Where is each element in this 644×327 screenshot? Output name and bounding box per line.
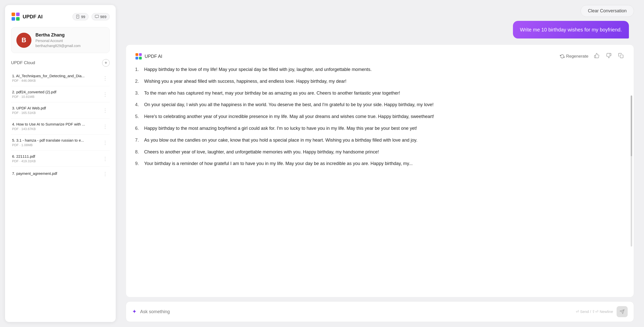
wish-text: To the man who has captured my heart, ma…: [144, 90, 400, 97]
file-item: 2. pdf24_converted (2).pdf PDF · 10.81MB…: [11, 86, 110, 102]
main-area: Clear Conversation Write me 10 birthday …: [116, 0, 644, 327]
file-icon: [76, 15, 80, 19]
ai-response-header: UPDF AI Regenerate: [135, 52, 625, 61]
svg-rect-10: [139, 53, 142, 56]
regenerate-icon: [560, 54, 565, 59]
chat-input[interactable]: [140, 309, 572, 314]
user-info: Bertha Zhang Personal Account berthazhan…: [35, 32, 80, 48]
wish-item: 1. Happy birthday to the love of my life…: [135, 66, 625, 73]
send-icon: [620, 309, 625, 314]
wish-text: Here's to celebrating another year of yo…: [144, 113, 434, 120]
wish-text: Happy birthday to the most amazing boyfr…: [144, 125, 417, 132]
file-more-button[interactable]: ⋮: [102, 123, 109, 130]
file-more-button[interactable]: ⋮: [102, 75, 109, 82]
file-meta: PDF · 1.08MB: [12, 143, 84, 147]
cloud-title: UPDF Cloud: [11, 60, 35, 65]
file-info: 6. 221111.pdf PDF · 419.31KB: [12, 154, 36, 163]
copy-button[interactable]: [617, 52, 625, 61]
avatar: B: [16, 33, 31, 48]
file-item: 6. 221111.pdf PDF · 419.31KB ⋮: [11, 151, 110, 167]
file-info: 3. UPDF AI Web.pdf PDF · 165.51KB: [12, 106, 46, 115]
add-cloud-button[interactable]: +: [102, 59, 110, 67]
wish-item: 3. To the man who has captured my heart,…: [135, 90, 625, 97]
file-meta: PDF · 10.81MB: [12, 95, 56, 99]
file-item: 5. 3.1 - hamza - pdf translate russian t…: [11, 135, 110, 151]
svg-rect-0: [12, 13, 15, 16]
scrollbar-thumb: [631, 96, 632, 156]
wish-text: Happy birthday to the love of my life! M…: [144, 66, 372, 73]
file-name: 7. payment_agreement.pdf: [12, 171, 57, 176]
wish-item: 8. Cheers to another year of love, laugh…: [135, 148, 625, 156]
updf-logo-icon: [11, 12, 20, 21]
regenerate-button[interactable]: Regenerate: [560, 54, 588, 59]
ai-response-card: UPDF AI Regenerate: [126, 45, 634, 297]
chat-area: Write me 10 birthday wishes for my boyfr…: [126, 21, 634, 297]
sidebar: UPDF AI 99 989 B Bertha Zhang Personal A…: [5, 5, 116, 322]
file-item: 7. payment_agreement.pdf ⋮: [11, 167, 110, 181]
wish-item: 2. Wishing you a year ahead filled with …: [135, 78, 625, 85]
clear-conversation-button[interactable]: Clear Conversation: [581, 5, 634, 17]
wish-number: 3.: [135, 90, 142, 97]
wish-item: 9. Your birthday is a reminder of how gr…: [135, 160, 625, 167]
input-hint: ⏎ Send / ⇧⏎ Newline: [576, 309, 613, 314]
file-info: 1. AI_Techniques_for_Detecting_and_Dia..…: [12, 74, 85, 83]
cloud-header: UPDF Cloud +: [11, 59, 110, 67]
scrollbar[interactable]: [631, 95, 632, 247]
wish-text: Wishing you a year ahead filled with suc…: [144, 78, 346, 85]
user-account-type: Personal Account: [35, 39, 80, 43]
wish-text: Your birthday is a reminder of how grate…: [144, 160, 413, 167]
input-bar: ✦ ⏎ Send / ⇧⏎ Newline: [126, 301, 634, 322]
file-name: 3. UPDF AI Web.pdf: [12, 106, 46, 110]
svg-rect-11: [136, 57, 138, 60]
ai-label: UPDF AI: [145, 54, 162, 59]
file-item: 1. AI_Techniques_for_Detecting_and_Dia..…: [11, 70, 110, 86]
file-more-button[interactable]: ⋮: [102, 170, 109, 177]
file-meta: PDF · 419.31KB: [12, 159, 36, 163]
wish-text: Cheers to another year of love, laughter…: [144, 148, 379, 156]
thumbs-down-button[interactable]: [605, 52, 613, 61]
wish-number: 6.: [135, 125, 142, 132]
svg-rect-12: [139, 57, 142, 60]
file-name: 6. 221111.pdf: [12, 154, 36, 158]
files-badge: 99: [72, 13, 89, 20]
ai-logo-icon: [135, 53, 142, 60]
thumbs-up-button[interactable]: [593, 52, 600, 61]
ai-logo-area: UPDF AI: [135, 53, 162, 60]
wish-text: As you blow out the candles on your cake…: [144, 137, 417, 144]
main-topbar: Clear Conversation: [126, 5, 634, 21]
wish-number: 5.: [135, 113, 142, 120]
svg-rect-1: [16, 13, 20, 16]
input-actions: ⏎ Send / ⇧⏎ Newline: [576, 309, 613, 314]
file-info: 5. 3.1 - hamza - pdf translate russian t…: [12, 138, 84, 147]
ai-actions: Regenerate: [560, 52, 625, 61]
file-info: 7. payment_agreement.pdf: [12, 171, 57, 176]
send-button[interactable]: [617, 306, 628, 317]
wish-number: 1.: [135, 66, 142, 73]
file-more-button[interactable]: ⋮: [102, 91, 109, 98]
svg-rect-3: [16, 17, 20, 21]
wish-item: 4. On your special day, I wish you all t…: [135, 101, 625, 108]
app-title: UPDF AI: [23, 14, 43, 20]
file-name: 4. How to Use AI to Summarize PDF with .…: [12, 122, 85, 126]
wish-item: 6. Happy birthday to the most amazing bo…: [135, 125, 625, 132]
file-more-button[interactable]: ⋮: [102, 155, 109, 162]
svg-rect-9: [136, 53, 138, 56]
wish-number: 7.: [135, 137, 142, 144]
user-card: B Bertha Zhang Personal Account berthazh…: [11, 27, 110, 53]
messages-badge: 989: [92, 13, 110, 20]
wish-item: 5. Here's to celebrating another year of…: [135, 113, 625, 120]
chat-icon: [95, 15, 99, 19]
file-more-button[interactable]: ⋮: [102, 107, 109, 114]
file-more-button[interactable]: ⋮: [102, 139, 109, 146]
wishes-list: 1. Happy birthday to the love of my life…: [135, 66, 625, 167]
svg-rect-7: [95, 15, 99, 18]
wish-number: 8.: [135, 148, 142, 156]
svg-rect-13: [620, 55, 623, 58]
svg-rect-2: [12, 17, 15, 21]
file-info: 4. How to Use AI to Summarize PDF with .…: [12, 122, 85, 131]
user-message-bubble: Write me 10 birthday wishes for my boyfr…: [513, 21, 629, 38]
files-count: 99: [81, 15, 85, 19]
file-name: 5. 3.1 - hamza - pdf translate russian t…: [12, 138, 84, 142]
file-meta: PDF · 143.67KB: [12, 127, 85, 131]
header-badges: 99 989: [72, 13, 110, 20]
